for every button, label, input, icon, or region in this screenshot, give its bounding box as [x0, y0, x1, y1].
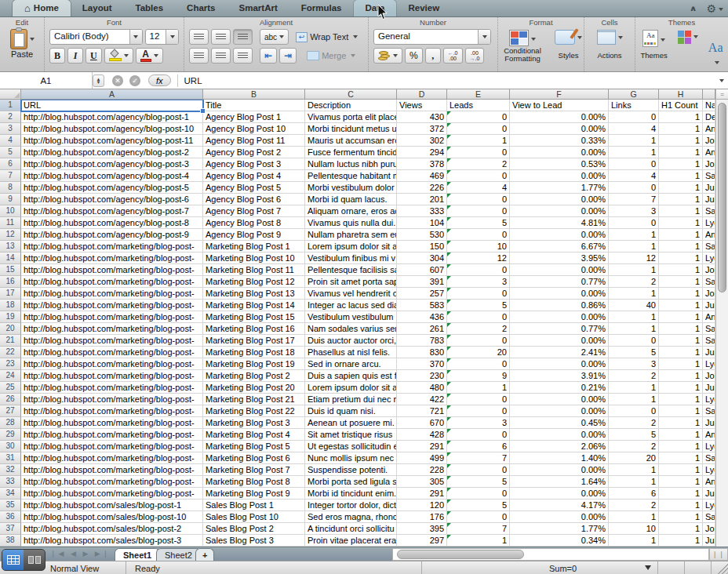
align-right-button[interactable]	[233, 48, 253, 64]
cell[interactable]: Sit amet tristique risus	[305, 429, 397, 441]
font-color-button[interactable]: A	[136, 48, 163, 64]
cell[interactable]: 7	[447, 452, 510, 464]
cell[interactable]: Marketing Blog Post 20	[203, 382, 305, 394]
cell[interactable]: 120	[397, 500, 447, 511]
cell[interactable]: 1	[659, 476, 703, 488]
chevron-down-icon[interactable]	[391, 50, 398, 61]
row-header[interactable]: 10	[0, 205, 21, 217]
currency-format-button[interactable]	[373, 48, 402, 64]
cell[interactable]: 1	[659, 382, 703, 394]
bold-button[interactable]: B	[49, 48, 65, 64]
column-header-G[interactable]: G	[609, 89, 659, 100]
cell[interactable]: Mauris ut accumsan ero	[305, 135, 397, 147]
align-middle-button[interactable]	[211, 29, 231, 45]
cell[interactable]: Agency Blog Post 1	[203, 111, 305, 123]
cell[interactable]: 257	[397, 288, 447, 300]
cell[interactable]: 530	[397, 229, 447, 241]
cell[interactable]: 0.86%	[510, 300, 609, 311]
cell[interactable]: 721	[397, 405, 447, 417]
cell[interactable]: 1	[609, 511, 659, 523]
cell[interactable]: 5	[447, 217, 510, 229]
cell[interactable]: John	[703, 288, 715, 300]
cell[interactable]: Nullam pharetra sem eu	[305, 229, 397, 241]
row-header[interactable]: 17	[0, 288, 21, 300]
cell[interactable]: 1	[659, 264, 703, 276]
row-header[interactable]: 29	[0, 429, 21, 441]
cell[interactable]: 4.17%	[510, 500, 609, 511]
cell[interactable]: 7	[609, 194, 659, 205]
cell[interactable]: Julie	[703, 417, 715, 429]
cell[interactable]: http://blog.hubspot.com/marketing/blog-p…	[21, 382, 203, 394]
cell[interactable]: 0	[609, 111, 659, 123]
cell[interactable]: 583	[397, 300, 447, 311]
cell[interactable]: Lydi	[703, 464, 715, 476]
cell[interactable]: 5	[609, 429, 659, 441]
sheet-tab-sheet1[interactable]: Sheet1	[115, 548, 160, 561]
row-header[interactable]: 35	[0, 500, 21, 511]
cell[interactable]: 1	[659, 464, 703, 476]
cell[interactable]: 1	[609, 382, 659, 394]
cell[interactable]: 1	[659, 170, 703, 182]
cell[interactable]: http://blog.hubspot.com/marketing/blog-p…	[21, 323, 203, 335]
chevron-down-icon[interactable]	[691, 30, 698, 44]
cell[interactable]: 3	[447, 417, 510, 429]
cell[interactable]: Julie	[703, 182, 715, 194]
chevron-down-icon[interactable]	[478, 30, 490, 44]
cell[interactable]: 0	[447, 194, 510, 205]
font-size-select[interactable]: 12	[145, 29, 179, 45]
cell[interactable]: 5	[447, 300, 510, 311]
cell[interactable]: 302	[397, 135, 447, 147]
column-header-i[interactable]	[703, 89, 715, 100]
cell[interactable]: 830	[397, 347, 447, 358]
cell[interactable]: 1	[659, 417, 703, 429]
column-header-B[interactable]: B	[203, 89, 305, 100]
cell[interactable]: Lorem ipsum dolor sit a	[305, 382, 397, 394]
cell[interactable]: 12	[609, 252, 659, 264]
cell[interactable]: Vivamus quis nulla dui.	[305, 217, 397, 229]
cell[interactable]: Marketing Blog Post 10	[203, 252, 305, 264]
cell[interactable]: Ann	[703, 123, 715, 135]
cell[interactable]: John	[703, 135, 715, 147]
cell[interactable]: 40	[609, 300, 659, 311]
cell[interactable]: Etiam pretium dui nec n	[305, 394, 397, 405]
cell[interactable]: 1	[659, 311, 703, 323]
paste-dropdown[interactable]	[27, 32, 35, 46]
cell[interactable]: 4	[447, 182, 510, 194]
cell[interactable]: 1	[659, 135, 703, 147]
row-header[interactable]: 22	[0, 347, 21, 358]
cell[interactable]: Lydi	[703, 217, 715, 229]
cell[interactable]: 2	[609, 500, 659, 511]
cell[interactable]: 1	[659, 182, 703, 194]
font-color-dropdown[interactable]	[151, 50, 158, 61]
cell[interactable]: Marketing Blog Post 17	[203, 335, 305, 347]
row-header[interactable]: 28	[0, 417, 21, 429]
cell[interactable]: Marketing Blog Post 7	[203, 464, 305, 476]
cell[interactable]: Agency Blog Post 10	[203, 123, 305, 135]
row-header[interactable]: 3	[0, 123, 21, 135]
normal-view-button[interactable]	[2, 550, 24, 570]
cell[interactable]: Duis id quam nisi.	[305, 405, 397, 417]
cell[interactable]: 2.06%	[510, 441, 609, 452]
cell[interactable]: 1	[659, 335, 703, 347]
chevron-down-icon[interactable]	[712, 56, 719, 70]
sheet-nav-arrows-icon[interactable]: ❘◀ ◀ ▶ ▶❘	[50, 550, 111, 558]
cell[interactable]: Marketing Blog Post 19	[203, 358, 305, 370]
cell[interactable]: http://blog.hubspot.com/agency/blog-post…	[21, 182, 203, 194]
cell[interactable]: Morbi porta sed ligula s	[305, 476, 397, 488]
horizontal-scrollbar[interactable]	[392, 548, 709, 561]
cell[interactable]: 1	[659, 123, 703, 135]
cell[interactable]: 1	[659, 241, 703, 252]
cell[interactable]: http://blog.hubspot.com/marketing/blog-p…	[21, 394, 203, 405]
ribbon-tab-review[interactable]: Review	[396, 0, 451, 16]
cell[interactable]: Sam	[703, 335, 715, 347]
cell[interactable]: Pellentesque facilisis sa	[305, 264, 397, 276]
cell[interactable]: 1.77%	[510, 182, 609, 194]
cell[interactable]: http://blog.hubspot.com/marketing/blog-p…	[21, 429, 203, 441]
ribbon-tab-tables[interactable]: Tables	[124, 0, 176, 16]
cell[interactable]: 0	[447, 488, 510, 500]
accept-icon[interactable]: ✓	[129, 75, 140, 86]
cell[interactable]: 20	[609, 452, 659, 464]
cell[interactable]: 261	[397, 323, 447, 335]
cell[interactable]: 1.64%	[510, 476, 609, 488]
decrease-decimal-button[interactable]: ←.0.00	[443, 48, 463, 64]
